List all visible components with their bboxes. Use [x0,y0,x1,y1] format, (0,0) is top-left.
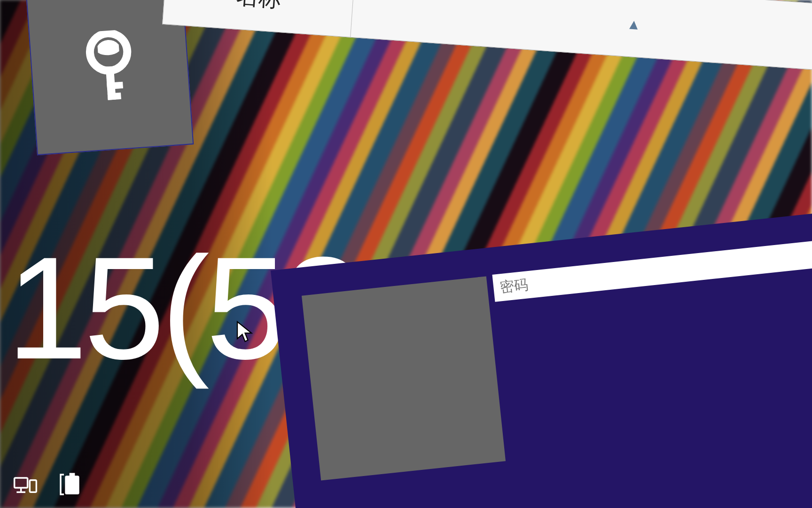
tray [12,471,84,500]
password-input[interactable]: 密码 [492,238,812,302]
svg-rect-3 [30,480,36,492]
avatar-placeholder[interactable] [302,276,506,480]
key-icon [72,28,148,115]
svg-rect-4 [65,476,79,494]
svg-rect-5 [70,473,75,476]
battery-charging-icon[interactable] [57,471,84,500]
network-icon[interactable] [12,471,39,500]
mouse-cursor [236,320,253,343]
svg-rect-9 [108,93,121,100]
column-header-name-label: 名称 [235,0,282,14]
sort-ascending-icon: ▴ [629,14,639,34]
password-placeholder-text: 密码 [499,275,529,297]
svg-rect-8 [107,82,123,90]
svg-rect-0 [15,478,28,488]
